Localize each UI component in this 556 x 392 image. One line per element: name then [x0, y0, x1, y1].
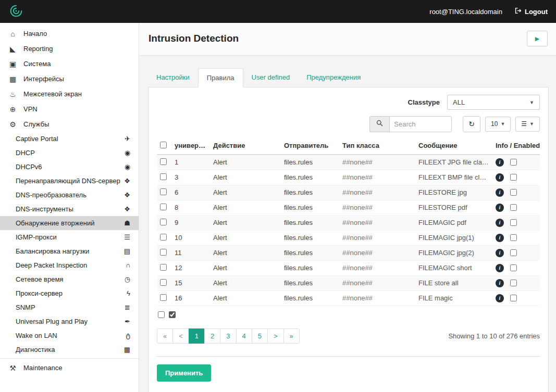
service-start-button[interactable]: ▶	[527, 31, 548, 46]
page-button-last[interactable]: »	[283, 328, 300, 344]
columns-button[interactable]: ☰ ▼	[515, 117, 540, 131]
sidebar: ⌂Начало◣Reporting▣Система▦Интерфейсы♨Меж…	[0, 23, 139, 392]
row-select-checkbox[interactable]	[160, 234, 167, 241]
row-select-checkbox[interactable]	[160, 219, 167, 225]
sidebar-item-firewall[interactable]: ♨Межсетевой экран	[0, 86, 139, 102]
sidebar-item-intrusion-detection[interactable]: Обнаружение вторжений☗	[0, 216, 139, 230]
tab-rules[interactable]: Правила	[198, 68, 243, 87]
page-button-page-4[interactable]: 4	[236, 328, 252, 344]
rule-message: FILEEXT JPG file claim…	[415, 155, 492, 170]
rule-enabled-checkbox[interactable]	[510, 189, 517, 196]
info-icon[interactable]: i	[496, 249, 504, 257]
sidebar-item-dns-tools[interactable]: DNS-инструменты❖	[0, 202, 139, 216]
rule-source: files.rules	[281, 245, 339, 260]
sidebar-item-diagnostics[interactable]: Диагностика▦	[0, 343, 139, 357]
header-select-checkbox[interactable]	[160, 142, 167, 148]
search-input[interactable]	[389, 116, 452, 132]
rule-enabled-checkbox[interactable]	[510, 159, 517, 166]
rule-enabled-checkbox[interactable]	[510, 264, 517, 271]
row-select-checkbox[interactable]	[160, 173, 167, 180]
sidebar-item-system[interactable]: ▣Система	[0, 56, 139, 71]
sidebar-item-dhcpv6[interactable]: DHCPv6◉	[0, 160, 139, 174]
rule-sid: 12	[171, 260, 210, 275]
sidebar-item-load-balancer[interactable]: Балансировка нагрузки▤	[0, 244, 139, 258]
search-button[interactable]	[369, 116, 389, 132]
info-icon[interactable]: i	[496, 279, 504, 287]
page-size-select[interactable]: 10 ▼	[485, 117, 511, 131]
sidebar-item-snmp[interactable]: SNMP≣	[0, 300, 139, 314]
rule-enabled-checkbox[interactable]	[510, 249, 517, 256]
bulk-toggle-checkbox[interactable]	[169, 311, 176, 318]
rule-message: FILEMAGIC jpg(1)	[415, 230, 492, 245]
plug-icon: ✒	[125, 318, 130, 325]
sidebar-item-network-time[interactable]: Сетевое время◷	[0, 272, 139, 286]
sidebar-item-captive-portal[interactable]: Captive Portal✈	[0, 132, 139, 146]
top-bar: root@TING.localdomain Logout	[0, 0, 556, 23]
row-select-checkbox[interactable]	[160, 188, 167, 195]
info-icon[interactable]: i	[496, 294, 504, 302]
info-icon[interactable]: i	[496, 264, 504, 272]
bulk-select-checkbox[interactable]	[158, 311, 165, 318]
tab-alerts[interactable]: Предупреждения	[298, 68, 369, 87]
row-select-checkbox[interactable]	[160, 249, 167, 256]
sidebar-item-dns-forwarder[interactable]: Перенаправляющий DNS-сервер❖	[0, 174, 139, 188]
table-controls-row: ↻ 10 ▼ ☰ ▼	[157, 116, 540, 132]
row-select-checkbox[interactable]	[160, 158, 167, 165]
table-row: 9Alertfiles.rules##none##FILEMAGIC pdfi	[157, 215, 540, 230]
page-button-first[interactable]: «	[157, 328, 173, 344]
page-button-page-2[interactable]: 2	[204, 328, 220, 344]
rule-enabled-checkbox[interactable]	[510, 219, 517, 226]
page-button-prev[interactable]: <	[172, 328, 189, 344]
page-button-page-1[interactable]: 1	[189, 328, 205, 344]
row-select-cell	[157, 170, 171, 185]
page-button-page-5[interactable]: 5	[252, 328, 268, 344]
tab-user-defined[interactable]: User defined	[243, 68, 299, 87]
sidebar-item-deep-packet-inspection[interactable]: Deep Packet Inspection∩	[0, 258, 139, 272]
sidebar-item-igmp-proxy[interactable]: IGMP-прокси☰	[0, 230, 139, 244]
classtype-select[interactable]: ALL ▼	[447, 95, 540, 110]
rule-enabled-checkbox[interactable]	[510, 280, 517, 286]
sidebar-item-vpn[interactable]: ⊕VPN	[0, 102, 139, 117]
rule-enabled-checkbox[interactable]	[510, 234, 517, 241]
rule-action: Alert	[210, 245, 281, 260]
page-button-next[interactable]: >	[267, 328, 284, 344]
sidebar-item-maintenance[interactable]: ⚒Maintenance	[0, 360, 139, 375]
table-row: 10Alertfiles.rules##none##FILEMAGIC jpg(…	[157, 230, 540, 245]
tab-settings[interactable]: Настройки	[148, 68, 198, 87]
row-select-checkbox[interactable]	[160, 294, 167, 301]
sidebar-item-dns-resolver[interactable]: DNS-преобразователь❖	[0, 188, 139, 202]
sidebar-item-interfaces[interactable]: ▦Интерфейсы	[0, 71, 139, 86]
info-icon[interactable]: i	[496, 219, 504, 227]
info-icon[interactable]: i	[496, 204, 504, 212]
sidebar-item-home[interactable]: ⌂Начало	[0, 26, 139, 41]
row-select-checkbox[interactable]	[160, 279, 167, 286]
sidebar-item-label: Обнаружение вторжений	[16, 219, 94, 227]
sidebar-item-label: Балансировка нагрузки	[16, 247, 89, 255]
rule-enabled-checkbox[interactable]	[510, 204, 517, 211]
apply-button[interactable]: Применить	[157, 364, 211, 382]
row-select-cell	[157, 260, 171, 275]
rule-action: Alert	[210, 155, 281, 170]
rule-action: Alert	[210, 200, 281, 215]
sidebar-item-services[interactable]: ⚙Службы	[0, 117, 139, 132]
page-button-page-3[interactable]: 3	[220, 328, 236, 344]
row-select-checkbox[interactable]	[160, 204, 167, 210]
logout-button[interactable]: Logout	[515, 7, 548, 16]
info-icon[interactable]: i	[496, 188, 504, 197]
info-icon[interactable]: i	[496, 158, 504, 167]
column-header: Действие	[210, 137, 281, 155]
sidebar-item-dhcp[interactable]: DHCP◉	[0, 146, 139, 160]
sidebar-item-label: Начало	[23, 30, 47, 37]
sidebar-item-upnp[interactable]: Universal Plug and Play✒	[0, 314, 139, 328]
brand-logo[interactable]	[8, 3, 24, 20]
sidebar-item-reporting[interactable]: ◣Reporting	[0, 41, 139, 56]
sidebar-item-wake-on-lan[interactable]: Wake on LANტ	[0, 328, 139, 343]
info-icon[interactable]: i	[496, 234, 504, 242]
table-row: 15Alertfiles.rules##none##FILE store all…	[157, 275, 540, 290]
sidebar-item-proxy-server[interactable]: Прокси-серверϟ	[0, 286, 139, 300]
refresh-button[interactable]: ↻	[463, 116, 480, 132]
rule-enabled-checkbox[interactable]	[510, 295, 517, 301]
info-icon[interactable]: i	[496, 173, 504, 182]
row-select-checkbox[interactable]	[160, 264, 167, 271]
rule-enabled-checkbox[interactable]	[510, 174, 517, 181]
